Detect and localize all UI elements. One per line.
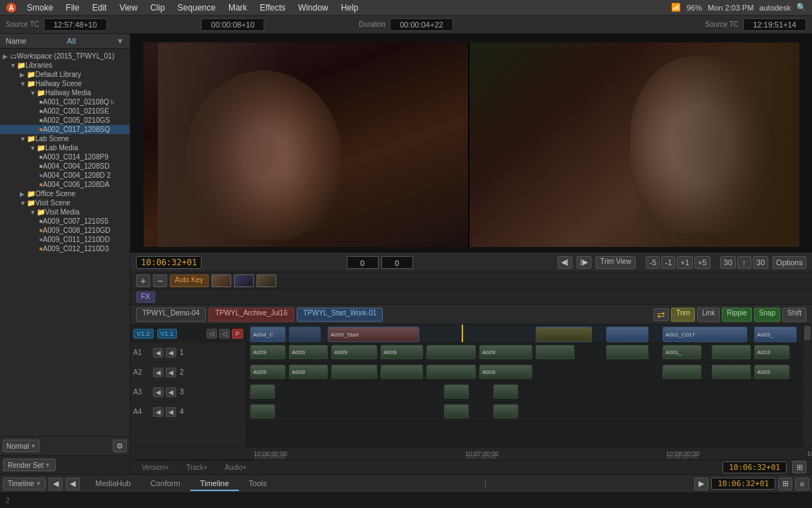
- clip-block[interactable]: A001_C017: [663, 327, 747, 342]
- left-count-box[interactable]: 0: [347, 256, 379, 269]
- trim-arrows-btn[interactable]: ⇄: [653, 308, 669, 321]
- trim-minus5-btn[interactable]: -5: [646, 256, 660, 269]
- menu-mark[interactable]: Mark: [223, 1, 253, 14]
- menu-smoke[interactable]: Smoke: [21, 1, 59, 14]
- frame-count-left[interactable]: 30: [720, 256, 736, 269]
- timeline-nav-next[interactable]: ▶: [694, 478, 708, 490]
- a2-mute-btn[interactable]: ◀: [153, 368, 164, 377]
- list-item[interactable]: ■ A002_C017_1208SQ: [0, 125, 130, 134]
- audio-clip[interactable]: [250, 385, 275, 399]
- audio-clip[interactable]: [663, 365, 701, 379]
- gear-btn[interactable]: ⚙: [113, 440, 127, 452]
- trim-minus1-btn[interactable]: -1: [661, 256, 675, 269]
- audio-clip[interactable]: [712, 345, 751, 359]
- right-count-box[interactable]: 0: [381, 256, 413, 269]
- audio-clip[interactable]: [250, 404, 275, 418]
- fx-label[interactable]: FX: [136, 291, 155, 303]
- push-btn[interactable]: ↑: [737, 256, 751, 269]
- tree-workspace[interactable]: ▶ 🗂 Workspace (2015_TPWYL_01): [0, 52, 130, 61]
- list-item[interactable]: ■ A003_C014_1208P9: [0, 152, 130, 162]
- tree-libraries[interactable]: ▼ 📁 Libraries: [0, 61, 130, 70]
- audio-clip[interactable]: A009: [331, 345, 377, 359]
- menu-file[interactable]: File: [60, 1, 85, 14]
- clip-block[interactable]: A009_Start: [328, 327, 419, 342]
- tab-timeline[interactable]: Timeline: [190, 477, 239, 491]
- audio-clip[interactable]: A009: [381, 345, 423, 359]
- timeline-nav-prev2[interactable]: ◀: [66, 478, 80, 490]
- list-item[interactable]: ■ A004_C004_1208SD: [0, 162, 130, 171]
- audio-plus-btn[interactable]: Audio+: [219, 460, 252, 474]
- audio-clip[interactable]: [426, 345, 476, 359]
- record-tc-value[interactable]: 12:19:51+14: [743, 18, 806, 31]
- render-set-btn[interactable]: Render Set ▼: [3, 459, 56, 471]
- next-frame-btn[interactable]: |▶: [577, 256, 591, 269]
- list-item[interactable]: ■ A002_C005_0210GS: [0, 116, 130, 125]
- tab-tpwyl-start[interactable]: TPWYL_Start_Work-01: [297, 308, 383, 322]
- tab-tpwyl-archive[interactable]: TPWYL_Archive_Jul16: [209, 308, 294, 322]
- audio-clip[interactable]: [712, 365, 751, 379]
- audio-clip[interactable]: A003: [754, 365, 789, 379]
- search-icon[interactable]: 🔍: [796, 3, 806, 12]
- menu-clip[interactable]: Clip: [144, 1, 171, 14]
- all-label[interactable]: All: [67, 37, 75, 45]
- tree-visit-media[interactable]: ▼ 📁 Visit Media: [0, 207, 130, 217]
- tree-lab-media[interactable]: ▼ 📁 Lab Media: [0, 143, 130, 152]
- audio-clip[interactable]: A009: [479, 365, 532, 379]
- audio-clip[interactable]: [331, 365, 377, 379]
- auto-key-btn[interactable]: Auto Key: [170, 274, 209, 287]
- audio-clip[interactable]: A009: [289, 345, 328, 359]
- tree-hallway-scene[interactable]: ▼ 📁 Hallway Scene: [0, 79, 130, 88]
- trim-plus1-btn[interactable]: +1: [677, 256, 693, 269]
- audio-clip[interactable]: [444, 385, 469, 399]
- p-btn[interactable]: P: [232, 329, 243, 339]
- tree-office-scene[interactable]: ▶ 📁 Office Scene: [0, 189, 130, 198]
- a2-lock-btn[interactable]: ◀: [166, 368, 176, 377]
- list-item[interactable]: ■ A009_C012_1210D3: [0, 244, 130, 253]
- tab-conform[interactable]: Conform: [140, 477, 190, 491]
- scroll-thumb[interactable]: [804, 326, 811, 340]
- tab-mediahub[interactable]: MediaHub: [85, 477, 140, 491]
- tree-lab-scene[interactable]: ▼ 📁 Lab Scene: [0, 134, 130, 143]
- audio-clip[interactable]: A003: [754, 345, 789, 359]
- options-btn[interactable]: Options: [773, 256, 806, 269]
- list-item[interactable]: ■ A009_C008_1210GD: [0, 226, 130, 235]
- timeline-dropdown[interactable]: Timeline ▼: [3, 478, 46, 490]
- a4-mute-btn[interactable]: ◀: [153, 407, 164, 417]
- trim-plus5-btn[interactable]: +5: [694, 256, 710, 269]
- audio-clip[interactable]: [493, 404, 518, 418]
- audio-clip[interactable]: [426, 365, 476, 379]
- list-item[interactable]: ■ A004_C004_1208D 2: [0, 171, 130, 180]
- menu-view[interactable]: View: [113, 1, 143, 14]
- tree-visit-scene[interactable]: ▼ 📁 Visit Scene: [0, 198, 130, 207]
- audio-clip[interactable]: A009: [289, 365, 328, 379]
- track-plus-btn[interactable]: Track+: [180, 460, 213, 474]
- audio-track-a1[interactable]: A009 A009 A009 A009 A009 A001_ A003: [247, 343, 802, 363]
- trim-view-btn[interactable]: Trim View: [596, 256, 636, 269]
- a3-lock-btn[interactable]: ◀: [166, 387, 176, 397]
- list-item[interactable]: ■ A004_C006_1208DA: [0, 180, 130, 189]
- clip-block[interactable]: [536, 327, 592, 342]
- track-mute-btn[interactable]: ◁: [207, 329, 217, 339]
- audio-clip[interactable]: A001_: [663, 345, 701, 359]
- audio-clip[interactable]: A009: [479, 345, 532, 359]
- menu-edit[interactable]: Edit: [87, 1, 113, 14]
- audio-track-a2[interactable]: A009 A009 A009 A003: [247, 363, 802, 382]
- audio-track-a4[interactable]: A002_C: [247, 402, 802, 422]
- add-btn[interactable]: +: [136, 274, 150, 287]
- list-item[interactable]: ■ A001_C007_02108Q b: [0, 97, 130, 107]
- tree-hallway-media[interactable]: ▼ 📁 Hallway Media: [0, 88, 130, 97]
- duration-value[interactable]: 00:00:04+22: [390, 18, 453, 31]
- list-item[interactable]: ■ A002_C001_0210SE: [0, 107, 130, 116]
- link-btn[interactable]: Link: [697, 308, 720, 322]
- ripple-btn[interactable]: Ripple: [722, 308, 751, 322]
- timeline-nav-prev[interactable]: ◀: [49, 478, 63, 490]
- audio-clip[interactable]: [606, 345, 648, 359]
- video-track-row[interactable]: A004_C A009_Start A001_C017 A003_ A002_C: [247, 325, 802, 343]
- menu-effects[interactable]: Effects: [254, 1, 291, 14]
- panel-menu-icon[interactable]: ▼: [116, 37, 124, 45]
- list-item[interactable]: ■ A009_C007_1210S5: [0, 217, 130, 226]
- prev-frame-btn[interactable]: ◀|: [558, 256, 572, 269]
- audio-clip[interactable]: [444, 404, 469, 418]
- snap-btn[interactable]: Snap: [754, 308, 780, 322]
- menu-help[interactable]: Help: [336, 1, 364, 14]
